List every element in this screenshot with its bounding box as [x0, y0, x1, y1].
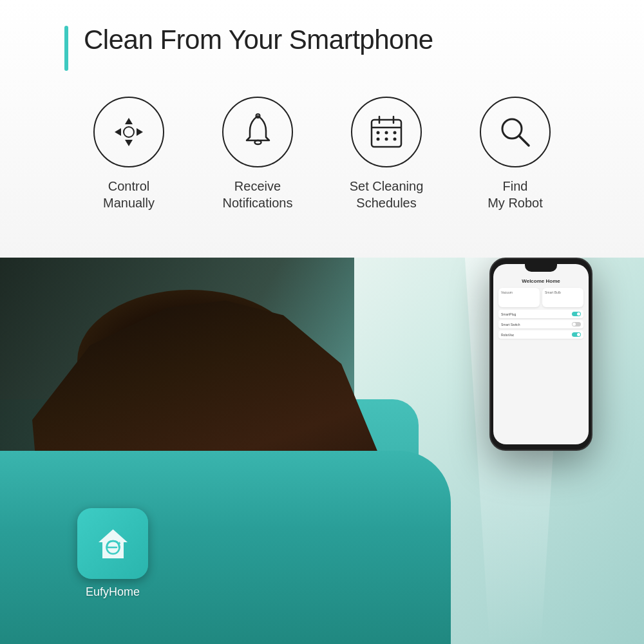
phone-toggle-smartswitch: Smart Switch: [498, 320, 583, 328]
directional-pad-icon: [109, 113, 148, 151]
receive-notifications-icon-circle: [222, 97, 293, 167]
bell-icon: [240, 113, 276, 151]
feature-set-cleaning-label: Set Cleaning Schedules: [350, 178, 424, 211]
page-title: Clean From Your Smartphone: [84, 24, 433, 55]
feature-receive-notifications-label: Receive Notifications: [223, 178, 293, 211]
feature-find-my-robot-label: Find My Robot: [488, 178, 543, 211]
phone-notch: [525, 264, 557, 272]
svg-marker-2: [115, 128, 121, 136]
phone-toggle-on-2: [572, 332, 581, 337]
control-manually-icon-circle: [93, 97, 164, 167]
phone-toggle-extra: RoboVac: [498, 330, 583, 339]
svg-point-12: [385, 131, 388, 135]
search-icon: [497, 113, 534, 151]
phone-card-bulb: Smart Bulb: [542, 288, 583, 307]
svg-marker-0: [125, 118, 133, 124]
phone-card-vacuum: Vacuum: [498, 288, 540, 307]
svg-point-4: [124, 127, 134, 137]
find-my-robot-icon-circle: [480, 97, 551, 167]
set-cleaning-icon-circle: [351, 97, 422, 167]
feature-control-manually: Control Manually: [77, 97, 180, 211]
phone-toggle-smartplug: SmartPlug: [498, 310, 583, 318]
feature-find-my-robot: Find My Robot: [464, 97, 567, 211]
phone-toggle-on-1: [572, 312, 581, 316]
eufy-home-app-icon: [77, 508, 148, 579]
calendar-icon: [368, 113, 405, 151]
sofa: [0, 451, 451, 644]
phone-toggle-off-1: [572, 322, 581, 327]
svg-point-15: [385, 138, 388, 141]
feature-control-manually-label: Control Manually: [103, 178, 155, 211]
smartphone: Welcome Home Vacuum Smart Bulb SmartPlug: [489, 258, 592, 451]
accent-bar: [64, 26, 68, 71]
phone-device-grid: Vacuum Smart Bulb: [498, 288, 583, 307]
feature-receive-notifications: Receive Notifications: [206, 97, 309, 211]
features-row: Control Manually Recei: [0, 97, 644, 211]
main-container: Clean From Your Smartphone: [0, 0, 644, 644]
svg-line-18: [519, 136, 529, 146]
photo-section: Welcome Home Vacuum Smart Bulb SmartPlug: [0, 238, 644, 644]
svg-point-14: [377, 138, 380, 141]
eufy-home-icon-svg: [92, 523, 134, 565]
svg-point-16: [393, 138, 397, 141]
app-icon-container: EufyHome: [77, 508, 148, 599]
feature-set-cleaning-schedules: Set Cleaning Schedules: [335, 97, 438, 211]
phone-screen: Welcome Home Vacuum Smart Bulb SmartPlug: [493, 264, 589, 444]
phone-header: Welcome Home: [498, 278, 583, 284]
svg-marker-1: [125, 140, 133, 146]
top-section: Clean From Your Smartphone: [0, 0, 644, 258]
svg-marker-3: [137, 128, 143, 136]
phone-app-content: Welcome Home Vacuum Smart Bulb SmartPlug: [493, 273, 589, 444]
svg-point-13: [393, 131, 397, 135]
svg-point-11: [377, 131, 380, 135]
svg-point-5: [254, 140, 261, 144]
eufy-home-label: EufyHome: [86, 585, 140, 599]
